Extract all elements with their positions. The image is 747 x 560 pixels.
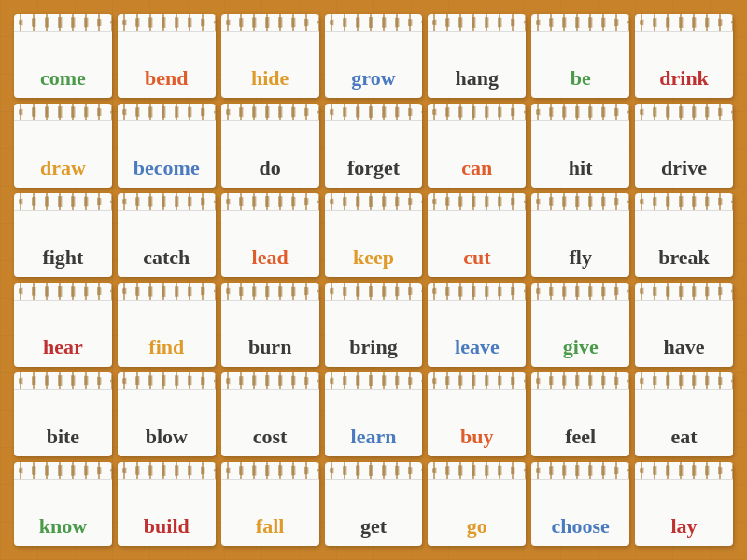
word-card[interactable]: be	[531, 14, 629, 98]
word-label: know	[39, 516, 87, 537]
word-card[interactable]: give	[531, 283, 629, 367]
word-card[interactable]: find	[118, 283, 216, 367]
word-card[interactable]: burn	[221, 283, 319, 367]
word-label: catch	[143, 247, 190, 268]
word-label: keep	[353, 247, 394, 268]
word-label: be	[571, 68, 591, 89]
word-card[interactable]: drink	[635, 14, 733, 98]
word-card[interactable]: do	[221, 104, 319, 188]
word-card[interactable]: hide	[221, 14, 319, 98]
word-card[interactable]: fall	[221, 462, 319, 546]
word-card[interactable]: cost	[221, 372, 319, 456]
word-label: blow	[146, 427, 188, 447]
word-card[interactable]: catch	[118, 193, 216, 277]
word-card[interactable]: drive	[635, 104, 733, 188]
word-label: leave	[455, 337, 500, 357]
word-label: build	[144, 516, 190, 537]
word-card[interactable]: fly	[531, 193, 629, 277]
word-label: learn	[351, 427, 397, 447]
word-card[interactable]: hang	[428, 14, 526, 98]
word-label: hear	[43, 337, 83, 357]
word-card[interactable]: come	[14, 14, 112, 98]
word-card[interactable]: buy	[428, 372, 526, 456]
word-card[interactable]: bend	[118, 14, 216, 98]
word-label: bend	[145, 68, 188, 89]
word-label: give	[563, 337, 599, 357]
word-card[interactable]: can	[428, 104, 526, 188]
word-card[interactable]: keep	[325, 193, 423, 277]
word-label: hang	[456, 68, 499, 89]
word-card[interactable]: forget	[325, 104, 423, 188]
word-label: go	[467, 516, 487, 537]
word-label: buy	[460, 427, 493, 447]
word-card[interactable]: get	[325, 462, 423, 546]
word-label: feel	[565, 427, 596, 447]
word-card[interactable]: become	[118, 104, 216, 188]
word-label: lay	[671, 516, 698, 537]
word-label: break	[658, 247, 710, 268]
word-label: cut	[463, 247, 490, 268]
word-label: fly	[569, 247, 591, 268]
word-label: cost	[253, 427, 288, 447]
word-label: drink	[659, 68, 709, 89]
word-grid: comebendhidegrowhangbedrinkdrawbecomedof…	[5, 5, 742, 555]
word-card[interactable]: eat	[635, 372, 733, 456]
word-label: find	[148, 337, 184, 357]
word-label: hide	[251, 68, 289, 89]
word-label: fall	[256, 516, 285, 537]
word-card[interactable]: go	[428, 462, 526, 546]
word-card[interactable]: know	[14, 462, 112, 546]
word-label: forget	[347, 158, 400, 178]
word-card[interactable]: bring	[325, 283, 423, 367]
word-label: do	[260, 158, 281, 178]
word-card[interactable]: hit	[531, 104, 629, 188]
word-card[interactable]: blow	[118, 372, 216, 456]
word-card[interactable]: hear	[14, 283, 112, 367]
word-card[interactable]: have	[635, 283, 733, 367]
word-label: drive	[661, 158, 707, 178]
word-label: have	[664, 337, 705, 357]
word-label: lead	[252, 247, 289, 268]
word-label: eat	[671, 427, 698, 447]
word-label: come	[40, 68, 86, 89]
word-label: draw	[40, 158, 86, 178]
word-label: fight	[42, 247, 83, 268]
word-card[interactable]: fight	[14, 193, 112, 277]
word-card[interactable]: cut	[428, 193, 526, 277]
word-card[interactable]: lead	[221, 193, 319, 277]
word-label: bring	[349, 337, 397, 357]
word-label: can	[461, 158, 492, 178]
word-card[interactable]: lay	[635, 462, 733, 546]
word-card[interactable]: leave	[428, 283, 526, 367]
word-card[interactable]: grow	[325, 14, 423, 98]
word-label: grow	[351, 68, 395, 89]
word-card[interactable]: draw	[14, 104, 112, 188]
word-card[interactable]: bite	[14, 372, 112, 456]
word-card[interactable]: choose	[531, 462, 629, 546]
word-card[interactable]: break	[635, 193, 733, 277]
word-card[interactable]: learn	[325, 372, 423, 456]
word-label: hit	[569, 158, 593, 178]
word-label: get	[360, 516, 387, 537]
word-card[interactable]: feel	[531, 372, 629, 456]
word-card[interactable]: build	[118, 462, 216, 546]
word-label: burn	[248, 337, 291, 357]
word-label: choose	[552, 516, 610, 537]
word-label: bite	[47, 427, 79, 447]
word-label: become	[134, 158, 200, 178]
